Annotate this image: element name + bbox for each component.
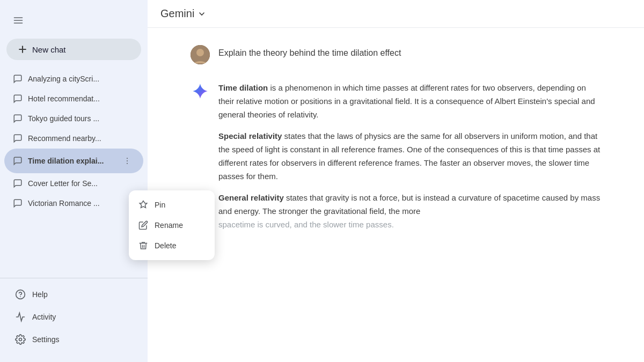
rename-icon bbox=[138, 220, 148, 230]
pin-icon bbox=[138, 200, 148, 210]
svg-point-5 bbox=[127, 158, 128, 159]
settings-label: Settings bbox=[32, 335, 60, 344]
sidebar-item-coverletter[interactable]: Cover Letter for Se... bbox=[4, 174, 143, 193]
sidebar-bottom: Help Activity Settings bbox=[0, 278, 148, 356]
sidebar-item-recommend[interactable]: Recommend nearby... bbox=[4, 129, 143, 148]
ai-text-1: is a phenomenon in which time passes at … bbox=[218, 83, 595, 119]
more-options-button[interactable] bbox=[120, 153, 135, 168]
activity-label: Activity bbox=[32, 313, 56, 321]
chat-item-label: Time dilation explai... bbox=[28, 157, 114, 165]
activity-icon bbox=[15, 312, 26, 322]
gemini-title-button[interactable]: Gemini bbox=[160, 8, 206, 20]
help-icon bbox=[15, 289, 26, 300]
main-content: Gemini Explain the theory behind the tim… bbox=[148, 0, 644, 362]
help-label: Help bbox=[32, 290, 48, 299]
ai-bold-3: General relativity bbox=[218, 193, 284, 202]
rename-label: Rename bbox=[155, 221, 183, 230]
chat-bubble-icon bbox=[13, 198, 23, 208]
chat-item-label: Cover Letter for Se... bbox=[28, 179, 135, 188]
chat-item-label: Victorian Romance ... bbox=[28, 199, 135, 208]
svg-point-12 bbox=[196, 49, 204, 56]
sidebar-item-victorian[interactable]: Victorian Romance ... bbox=[4, 194, 143, 213]
chat-area: Explain the theory behind the time dilat… bbox=[148, 28, 644, 362]
new-chat-label: New chat bbox=[32, 45, 66, 54]
chevron-down-icon bbox=[197, 10, 206, 18]
new-chat-button[interactable]: New chat bbox=[6, 39, 141, 60]
ai-message: Time dilation is a phenomenon in which t… bbox=[191, 82, 601, 240]
avatar bbox=[191, 45, 210, 64]
chat-item-label: Hotel recommendat... bbox=[28, 94, 135, 103]
ai-paragraph-2: Special relativity states that the laws … bbox=[218, 130, 601, 183]
chat-item-label: Tokyo guided tours ... bbox=[28, 114, 135, 123]
top-bar: Gemini bbox=[148, 0, 644, 28]
chat-bubble-icon bbox=[13, 114, 23, 123]
gemini-sparkle-icon bbox=[191, 82, 210, 101]
sidebar-item-help[interactable]: Help bbox=[4, 284, 143, 305]
delete-icon bbox=[138, 241, 148, 250]
ai-bold-2: Special relativity bbox=[218, 131, 282, 141]
ai-paragraph-3: General relativity states that gravity i… bbox=[218, 191, 601, 231]
gemini-title-text: Gemini bbox=[160, 8, 194, 20]
delete-label: Delete bbox=[155, 241, 176, 250]
chat-item-label: Recommend nearby... bbox=[28, 134, 135, 143]
context-menu-pin[interactable]: Pin bbox=[129, 195, 215, 215]
sidebar-item-tokyo[interactable]: Tokyo guided tours ... bbox=[4, 109, 143, 128]
context-menu-delete[interactable]: Delete bbox=[129, 235, 215, 256]
user-message-text: Explain the theory behind the time dilat… bbox=[218, 45, 401, 58]
sidebar-header bbox=[0, 6, 148, 39]
pin-label: Pin bbox=[155, 201, 165, 209]
user-message: Explain the theory behind the time dilat… bbox=[191, 45, 601, 64]
menu-icon[interactable] bbox=[9, 11, 28, 30]
chat-bubble-icon bbox=[13, 74, 23, 84]
sidebar-item-activity[interactable]: Activity bbox=[4, 306, 143, 328]
chat-bubble-icon bbox=[13, 94, 23, 104]
sidebar: New chat Analyzing a cityScri...Hotel re… bbox=[0, 0, 148, 362]
sidebar-item-analyzing[interactable]: Analyzing a cityScri... bbox=[4, 69, 143, 88]
ai-response: Time dilation is a phenomenon in which t… bbox=[218, 82, 601, 240]
chat-bubble-icon bbox=[13, 156, 23, 166]
ai-text-faded: spacetime is curved, and the slower time… bbox=[218, 220, 394, 229]
svg-point-10 bbox=[19, 338, 22, 341]
settings-icon bbox=[15, 334, 26, 345]
ai-paragraph-1: Time dilation is a phenomenon in which t… bbox=[218, 82, 601, 121]
chat-bubble-icon bbox=[13, 179, 23, 188]
ai-bold-1: Time dilation bbox=[218, 83, 268, 92]
chat-item-label: Analyzing a cityScri... bbox=[28, 75, 135, 83]
sidebar-item-timedilation[interactable]: Time dilation explai... bbox=[4, 149, 143, 173]
sidebar-item-settings[interactable]: Settings bbox=[4, 329, 143, 350]
svg-point-6 bbox=[127, 160, 128, 161]
sidebar-item-hotel[interactable]: Hotel recommendat... bbox=[4, 89, 143, 108]
chat-bubble-icon bbox=[13, 134, 23, 143]
context-menu: Pin Rename Delete bbox=[129, 190, 215, 260]
context-menu-rename[interactable]: Rename bbox=[129, 215, 215, 235]
avatar-image bbox=[191, 45, 210, 64]
chat-list: Analyzing a cityScri...Hotel recommendat… bbox=[0, 67, 148, 276]
svg-point-7 bbox=[127, 163, 128, 164]
